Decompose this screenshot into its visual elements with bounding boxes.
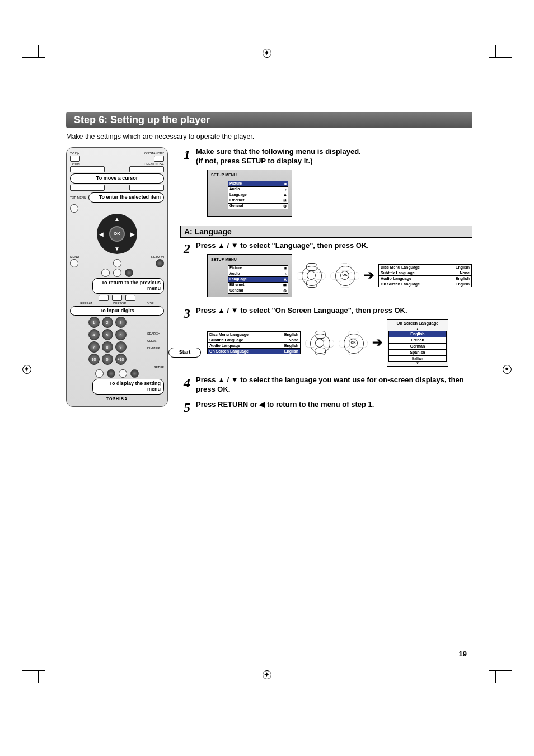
arrow-right-icon: ➔: [364, 267, 374, 284]
numpad-7: 7: [88, 341, 100, 353]
setup-menu-figure: SETUP MENU Picture■Audio♪LanguageAEthern…: [207, 170, 292, 217]
step3-text: Press ▲ / ▼ to select "On Screen Languag…: [196, 306, 472, 316]
down-arrow-icon: ▼: [114, 246, 120, 252]
step4-text: Press ▲ / ▼ to select the language you w…: [196, 375, 472, 395]
left-arrow-icon: ◀: [99, 231, 104, 237]
top-printer-marks: [0, 45, 534, 62]
registration-mark-icon: [21, 364, 32, 375]
table-row: Audio LanguageEnglish: [379, 276, 471, 281]
topmenu-label: TOP MENU: [70, 196, 86, 199]
setup-menu-title: SETUP MENU: [211, 172, 288, 177]
numpad-10: 10: [88, 354, 100, 365]
crop-mark-icon: [22, 45, 50, 62]
button-icon: [70, 185, 105, 191]
button-icon: [70, 166, 105, 172]
directional-pad-icon: ▲ ▼ ◀ ▶ OK: [97, 214, 137, 254]
return-button-icon: [156, 259, 164, 267]
scroll-down-icon: ▼: [388, 361, 447, 365]
crop-mark-icon: [484, 45, 512, 62]
numpad-+10: +10: [115, 354, 127, 365]
cursor-label: CURSOR: [113, 302, 126, 305]
table-row: Subtitle LanguageNone: [379, 270, 471, 276]
numpad-4: 4: [88, 329, 100, 340]
up-arrow-icon: ▲: [114, 216, 120, 222]
topmenu-button-icon: [70, 204, 78, 213]
callout-move-cursor: To move a cursor: [70, 173, 164, 184]
table-row: On Screen LanguageEnglish: [379, 281, 471, 287]
language-table: Disc Menu LanguageEnglishSubtitle Langua…: [378, 264, 472, 287]
numpad-1: 1: [88, 317, 100, 328]
step-number: 5: [180, 400, 190, 415]
skip-prev-icon: [99, 295, 109, 301]
table-row: Disc Menu LanguageEnglish: [379, 265, 471, 270]
setup-menu-figure: SETUP MENU Picture■Audio♪LanguageAEthern…: [207, 254, 292, 297]
on-screen-language-box: On Screen Language ▲ EnglishFrenchGerman…: [387, 319, 448, 367]
step-header: Step 6: Setting up the player: [66, 112, 472, 128]
disp-label: DISP: [147, 302, 154, 305]
section-a-header: A: Language: [180, 226, 472, 238]
numpad-8: 8: [102, 341, 113, 353]
osl-title: On Screen Language: [388, 321, 447, 326]
tvdvd-label: TV/DVD: [70, 162, 81, 166]
manual-page: Step 6: Setting up the player Make the s…: [0, 0, 534, 756]
setup-menu-title: SETUP MENU: [211, 257, 288, 262]
numpad-5: 5: [102, 329, 113, 340]
crop-mark-icon: [22, 666, 50, 683]
dimmer-label: DIMMER: [147, 346, 160, 350]
search-label: SEARCH: [147, 332, 160, 335]
setup-button-icon: [130, 369, 139, 378]
stop-button-icon: [113, 269, 121, 277]
crop-mark-icon: [484, 666, 512, 683]
tv-power-button-icon: [70, 156, 80, 162]
dpad-updown-icon: [305, 331, 334, 355]
callout-start: Start: [168, 348, 201, 358]
button-icon: [129, 185, 164, 191]
button-icon: [95, 369, 104, 378]
numpad-3: 3: [115, 317, 127, 328]
step2-text: Press ▲ / ▼ to select "Language", then p…: [196, 241, 472, 251]
tv-power-label: TV I/ɸ: [70, 152, 79, 155]
callout-input-digits: To input digits: [70, 306, 164, 316]
table-row: Subtitle LanguageNone: [208, 337, 300, 343]
numpad-0: 0: [102, 354, 113, 365]
table-row: Disc Menu LanguageEnglish: [208, 332, 300, 337]
menu-button-icon: [70, 259, 78, 267]
button-icon: [129, 166, 164, 172]
table-row: On Screen LanguageEnglish: [208, 349, 300, 354]
page-number: 19: [459, 650, 467, 658]
ok-control-icon: OK: [330, 263, 359, 288]
step1-text-a: Make sure that the following menu is dis…: [196, 147, 472, 157]
callout-return: To return to the previous menu: [92, 278, 164, 294]
menu-item-general: General⚙: [228, 203, 288, 209]
right-arrow-icon: ▶: [130, 231, 135, 237]
standby-button-icon: [154, 156, 164, 162]
standby-label: ON/STANDBY: [144, 152, 164, 155]
registration-mark-icon: [261, 669, 273, 680]
instructions: 1 Make sure that the following menu is d…: [180, 147, 472, 421]
registration-mark-icon: [502, 364, 513, 375]
brand-label: TOSHIBA: [70, 397, 164, 401]
button-icon: [119, 369, 127, 378]
pause-button-icon: [101, 269, 110, 277]
registration-mark-icon: [261, 48, 273, 59]
numpad-9: 9: [115, 341, 127, 353]
ok-control-icon: OK: [339, 331, 368, 355]
step5-text: Press RETURN or ◀ to return to the menu …: [196, 400, 472, 410]
play-button-icon: [113, 259, 121, 267]
menu-item-general: General⚙: [228, 288, 288, 294]
step-number: 1: [180, 147, 190, 162]
rew-icon: [112, 295, 122, 301]
step-number: 2: [180, 241, 190, 256]
callout-display-menu: To display the setting menu: [92, 379, 164, 395]
setup-label: SETUP: [154, 365, 164, 369]
step-number: 3: [180, 306, 190, 321]
button-icon: [107, 369, 115, 378]
intro-text: Make the settings which are necessary to…: [66, 133, 472, 140]
ok-button-icon: OK: [109, 226, 125, 242]
numpad-6: 6: [115, 329, 127, 340]
dpad-updown-icon: [297, 263, 326, 288]
step1-text-b: (If not, press SETUP to display it.): [196, 157, 472, 166]
menu-label: MENU: [70, 255, 79, 259]
remote-diagram: TV I/ɸ ON/STANDBY TV/DVD OPEN/CLOSE To m…: [66, 147, 168, 421]
openclose-label: OPEN/CLOSE: [144, 162, 164, 166]
